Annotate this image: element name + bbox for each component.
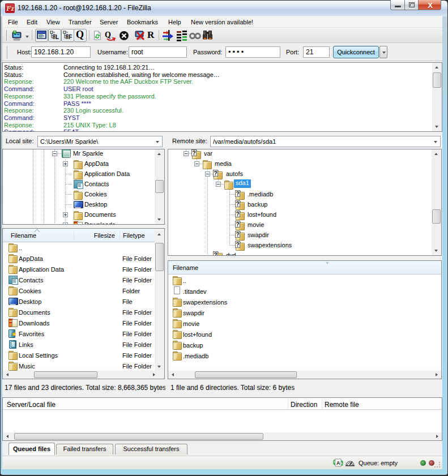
svg-text:Fz: Fz [6,4,15,12]
svg-text:F: F [69,34,72,40]
svg-text:A: A [336,460,340,466]
svg-text:Q: Q [105,31,111,39]
svg-text:L: L [56,34,59,40]
